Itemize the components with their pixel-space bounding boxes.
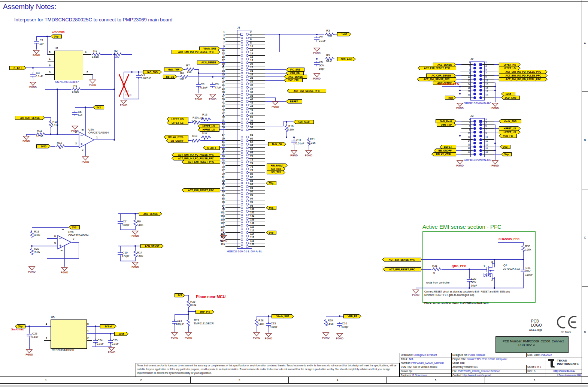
label-7-50k: 7.50k [257,322,264,326]
label-r5: R5 [326,54,330,57]
ce-mark-label: CE Mark [561,331,571,333]
pgnd-label: PGND [409,294,422,296]
j1-pin-circle [241,217,243,220]
wire [101,54,112,54]
junction-dot [134,213,136,214]
label-r18: R18 [192,135,197,138]
j1-pin-number: 110 [250,226,265,228]
j1-pin-circle [241,58,243,60]
j1-pin-number: 93 [210,198,225,200]
capacitor-C1 [34,39,39,45]
net-flag-5Vp: 5Vp [266,231,276,235]
label-c25: C25 [112,339,118,342]
j1-pin-stub [225,158,240,159]
wire [334,34,337,34]
net-flag-part: 1V65 [114,332,128,336]
wire [114,54,115,140]
j3-pin-number: 1 [485,118,497,120]
frame-band-bottom [0,383,588,384]
j1-pin-circle [241,118,243,120]
j1-pin-number: 32 [250,84,265,87]
label-c16: C16 [342,322,347,325]
pgnd-label: PGND [453,164,467,167]
j2-pin-contact [473,93,476,95]
j1-pin-circle [246,150,249,153]
label-8: 8 [82,129,84,130]
j1-pin-circle [246,90,249,92]
j1-pin-number: 33 [210,88,225,90]
j3-pin-number: 8 [458,129,470,131]
tb-tid-label: TID #: [401,358,408,360]
wire [82,54,91,54]
j1-pin-stub [225,41,240,42]
net-flag-ACT_EMI_RESET_PFC: ACT_EMI_RESET_PFC [383,267,421,272]
j1-pin-circle [241,242,243,244]
net-flag-ZCD_Amp: ZCD_Amp [501,96,520,100]
wire [85,107,86,135]
wire [51,146,55,146]
pgnd-label: PGND [86,84,99,86]
j1-pin-number: 56 [250,126,265,129]
net-flag-part: GaN_TMP [437,123,456,127]
j1-pin-circle [241,90,243,92]
weee-logo-label: WEEE logo [529,328,542,331]
label-150pf: 150pF [525,273,533,276]
net-flag-GaN_TMP: GaN_TMP [164,68,184,72]
j3-pin-number: 16 [458,144,470,146]
pgnd-symbol-icon [28,266,35,270]
j1-pin-circle [246,114,249,117]
tb-drawn-label: Drawn By: [401,370,412,372]
j1-pin-number: 75 [210,166,225,168]
j1-pin-number: 26 [250,74,265,76]
label-4: 4 [46,323,47,326]
junction-dot [339,315,340,317]
pgnd-label: PGND [30,54,43,57]
j1-pin-stub [225,176,240,176]
pgnd-label: PGND [488,107,502,110]
junction-dot [31,245,33,247]
j1-pin-stub [225,73,240,74]
j1-pin-stub [225,165,240,165]
wire [326,316,343,316]
label-8-66k: 8.66k [92,56,98,58]
j2-pin-contact [473,82,476,84]
label-r17: R17 [202,132,207,135]
net-flag-part: Bulk_OK [268,142,286,146]
wire [265,69,286,70]
j2-pin-number: 9 [485,76,497,78]
j1-pin-circle [246,107,249,110]
j1-pin-number: 10 [250,45,265,48]
j1-pin-circle [241,65,243,68]
j3-pin-contact [473,131,476,134]
net-flag-GaN_Fault: GaN_Fault [293,120,314,124]
j1-pin-number: 15 [210,56,225,58]
label-3: 3 [49,71,51,74]
tb-sheet-label: Sheet: [527,366,535,368]
j1-pin-circle [246,129,249,131]
j3-pin1-square [479,120,482,123]
j1-pin-number: 82 [250,176,265,179]
connector-ref-J3: J3 [470,114,473,117]
wire [279,34,280,52]
wire [421,269,431,269]
tb-contact-label: Contact: [452,374,462,376]
j1-pin-circle [241,143,243,146]
wire [257,326,257,332]
label-q1: Q1 [503,264,507,267]
label-1uf: 1uF [78,114,82,117]
wire [494,154,501,154]
label-2: 2 [75,131,77,134]
j1-pin-circle [241,150,243,153]
j3-pin-contact [473,149,476,152]
wire [86,326,100,326]
junction-dot [134,245,136,247]
label-r21: R21 [310,138,315,141]
label-r16: R16 [288,125,294,128]
label-c14: C14 [177,320,182,322]
j1-pin-stub [225,236,240,236]
net-flag-Bulk_OK: Bulk_OK [268,142,286,146]
capacitor-C5 [314,61,319,66]
junction-dot [494,287,495,289]
j1-pin-number: 54 [250,123,265,126]
net-flag-part: 3V3 [175,293,185,297]
